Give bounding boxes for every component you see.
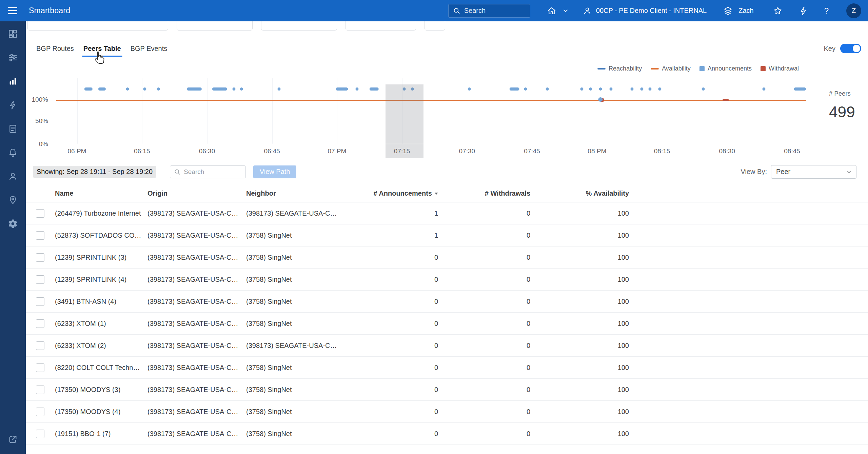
view-path-button[interactable]: View Path bbox=[253, 165, 296, 178]
avatar[interactable]: Z bbox=[846, 3, 861, 18]
row-checkbox[interactable] bbox=[36, 386, 44, 394]
bolt-icon[interactable] bbox=[798, 6, 809, 16]
gridline bbox=[662, 78, 662, 144]
x-tick-label: 07:45 bbox=[524, 147, 540, 155]
cell-availability: 100 bbox=[532, 386, 630, 394]
global-search-input[interactable] bbox=[464, 7, 526, 15]
cell-announcements: 0 bbox=[340, 320, 439, 328]
table-row: (19151) BBO-1 (7)(398173) SEAGATE-USA-CA… bbox=[26, 423, 868, 445]
row-checkbox[interactable] bbox=[36, 430, 44, 438]
cell-origin: (398173) SEAGATE-USA-CA-2 bbox=[143, 276, 241, 283]
row-checkbox[interactable] bbox=[36, 297, 44, 306]
x-tick-label: 08 PM bbox=[588, 147, 606, 155]
row-checkbox[interactable] bbox=[36, 408, 44, 416]
row-checkbox[interactable] bbox=[36, 341, 44, 350]
cell-neighbor: (3758) SingNet bbox=[241, 320, 340, 328]
card-bottom bbox=[177, 21, 253, 31]
chart-plot[interactable] bbox=[56, 78, 806, 144]
bar-chart-icon[interactable] bbox=[7, 76, 19, 86]
view-by-select[interactable]: Peer bbox=[771, 165, 856, 179]
toggle-knob bbox=[853, 45, 860, 52]
home-icon[interactable] bbox=[547, 6, 557, 16]
square-swatch bbox=[761, 66, 766, 71]
help-icon[interactable]: ? bbox=[824, 6, 829, 16]
sliders-icon[interactable] bbox=[7, 53, 19, 63]
time-selection-band[interactable] bbox=[386, 84, 424, 158]
account-switcher[interactable]: 00CP - PE Demo Client - INTERNAL bbox=[583, 6, 707, 16]
external-link-icon[interactable] bbox=[7, 434, 19, 445]
checkbox-cell bbox=[26, 297, 50, 306]
legend-label: Announcements bbox=[708, 65, 752, 72]
user-icon bbox=[583, 6, 592, 16]
bolt-icon[interactable] bbox=[7, 100, 19, 110]
report-icon[interactable] bbox=[7, 124, 19, 134]
announcement-marker bbox=[610, 87, 613, 91]
dashboard-icon[interactable] bbox=[7, 29, 19, 39]
row-checkbox[interactable] bbox=[36, 231, 44, 240]
table-header: NameOriginNeighbor# Announcements# Withd… bbox=[26, 185, 868, 202]
cell-availability: 100 bbox=[532, 408, 630, 416]
announcement-marker bbox=[126, 87, 129, 91]
cell-withdrawals: 0 bbox=[439, 210, 532, 217]
cell-name: (17350) MOODYS (3) bbox=[50, 386, 143, 394]
cell-neighbor: (3758) SingNet bbox=[241, 408, 340, 416]
tab-peers-table[interactable]: Peers Table bbox=[79, 40, 126, 57]
star-icon[interactable] bbox=[773, 6, 783, 16]
bell-icon[interactable] bbox=[7, 147, 19, 158]
cell-neighbor: (3758) SingNet bbox=[241, 364, 340, 372]
checkbox-cell bbox=[26, 253, 50, 262]
cell-name: (3491) BTN-ASN (4) bbox=[50, 298, 143, 305]
announcement-marker bbox=[468, 87, 471, 91]
topbar: Smartboard 00CP - PE Demo Client - INTER… bbox=[0, 0, 868, 21]
cell-withdrawals: 0 bbox=[439, 342, 532, 350]
col-origin[interactable]: Origin bbox=[143, 190, 241, 197]
peers-count: 499 bbox=[829, 103, 855, 121]
cell-announcements: 0 bbox=[340, 364, 439, 372]
cell-origin: (398173) SEAGATE-USA-CA-2 bbox=[143, 210, 241, 217]
card-bottom bbox=[346, 21, 416, 31]
row-checkbox[interactable] bbox=[36, 209, 44, 218]
location-icon[interactable] bbox=[7, 195, 19, 205]
tabs-row: BGP RoutesPeers TableBGP Events Key bbox=[26, 39, 868, 58]
row-checkbox[interactable] bbox=[36, 275, 44, 284]
row-checkbox[interactable] bbox=[36, 363, 44, 372]
chevron-down-icon[interactable] bbox=[562, 7, 569, 14]
global-search[interactable] bbox=[448, 4, 530, 18]
col-availability[interactable]: % Availability bbox=[532, 190, 630, 197]
col-announcements[interactable]: # Announcements bbox=[340, 190, 439, 197]
cell-name: (17350) MOODYS (4) bbox=[50, 408, 143, 416]
col-name[interactable]: Name bbox=[50, 190, 143, 197]
row-checkbox[interactable] bbox=[36, 319, 44, 328]
gear-icon[interactable] bbox=[7, 219, 19, 229]
table-search-input[interactable] bbox=[184, 168, 242, 176]
menu-icon[interactable] bbox=[0, 7, 17, 14]
legend-label: Availability bbox=[662, 65, 691, 72]
legend-label: Reachability bbox=[609, 65, 642, 72]
cell-withdrawals: 0 bbox=[439, 364, 532, 372]
user-name: Zach bbox=[738, 7, 753, 15]
column-label: % Availability bbox=[586, 190, 629, 197]
table-row: (8220) COLT COLT Technology...(398173) S… bbox=[26, 357, 868, 379]
y-tick-label: 0% bbox=[39, 140, 48, 148]
topbar-actions: 00CP - PE Demo Client - INTERNAL Zach ? … bbox=[547, 3, 861, 18]
cell-announcements: 0 bbox=[340, 298, 439, 305]
key-toggle[interactable] bbox=[840, 44, 861, 53]
view-by-value: Peer bbox=[776, 168, 790, 176]
row-checkbox[interactable] bbox=[36, 253, 44, 262]
cell-availability: 100 bbox=[532, 430, 630, 438]
user-icon[interactable] bbox=[7, 171, 19, 181]
col-withdrawals[interactable]: # Withdrawals bbox=[439, 190, 532, 197]
cell-neighbor: (3758) SingNet bbox=[241, 430, 340, 438]
cell-origin: (398173) SEAGATE-USA-CA-2 bbox=[143, 298, 241, 305]
announcement-marker bbox=[631, 87, 634, 91]
checkbox-cell bbox=[26, 341, 50, 350]
app: Smartboard 00CP - PE Demo Client - INTER… bbox=[0, 0, 868, 454]
cell-name: (6233) XTOM (2) bbox=[50, 342, 143, 350]
tab-bgp-events[interactable]: BGP Events bbox=[126, 40, 172, 57]
announcement-marker bbox=[240, 87, 243, 91]
col-neighbor[interactable]: Neighbor bbox=[241, 190, 340, 197]
layers-icon[interactable] bbox=[723, 6, 733, 16]
tab-bgp-routes[interactable]: BGP Routes bbox=[32, 40, 79, 57]
line-swatch bbox=[651, 68, 659, 70]
table-search[interactable] bbox=[170, 165, 246, 178]
